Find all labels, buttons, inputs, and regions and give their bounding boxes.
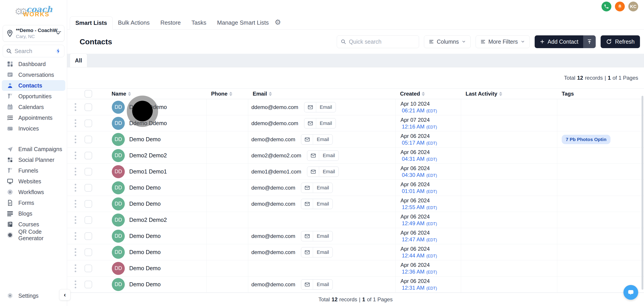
select-all-checkbox[interactable] — [84, 90, 92, 98]
row-checkbox[interactable] — [84, 264, 92, 272]
sidebar-item-social-planner[interactable]: Social Planner — [0, 154, 67, 165]
row-checkbox[interactable] — [84, 184, 92, 192]
email-button[interactable]: Email — [301, 183, 333, 193]
contact-name[interactable]: Demo Demo — [129, 233, 160, 239]
user-avatar[interactable]: KC — [628, 2, 638, 12]
sidebar-item-conversations[interactable]: Conversations — [0, 69, 67, 80]
tab-tasks[interactable]: Tasks — [186, 16, 212, 29]
sidebar-item-funnels[interactable]: Funnels — [0, 165, 67, 176]
tab-all[interactable]: All — [70, 54, 87, 67]
email-button[interactable]: Email — [304, 102, 336, 112]
row-menu-kebab-icon[interactable] — [73, 102, 78, 112]
column-header-tags[interactable]: Tags — [557, 91, 644, 97]
columns-button[interactable]: Columns — [424, 35, 471, 48]
contact-name[interactable]: Demo Demo — [129, 136, 160, 143]
import-contacts-button[interactable] — [583, 35, 596, 48]
notifications-button[interactable] — [615, 2, 625, 12]
quick-actions-bolt-icon[interactable] — [55, 48, 61, 54]
sidebar-item-opportunities[interactable]: Opportunities — [0, 91, 67, 102]
row-checkbox[interactable] — [84, 281, 92, 288]
row-menu-kebab-icon[interactable] — [73, 118, 78, 129]
column-header-phone[interactable]: Phone — [206, 91, 248, 97]
sort-icon[interactable] — [422, 92, 425, 96]
tab-restore[interactable]: Restore — [155, 16, 186, 29]
sidebar-item-email-campaigns[interactable]: Email Campaigns — [0, 144, 67, 154]
contact-name[interactable]: Demo Demo — [129, 249, 160, 255]
sidebar-item-contacts[interactable]: Contacts — [2, 80, 65, 91]
column-header-email[interactable]: Email — [248, 91, 396, 97]
contact-name[interactable]: Demo Demo — [129, 281, 160, 288]
row-checkbox[interactable] — [84, 232, 92, 240]
email-button[interactable]: Email — [307, 167, 339, 177]
sort-icon[interactable] — [269, 92, 272, 96]
sidebar-item-appointments[interactable]: Appointments — [0, 112, 67, 123]
sidebar-item-qr-code-generator[interactable]: QR Code Generator — [0, 230, 67, 240]
column-header-created[interactable]: Created — [396, 91, 461, 97]
row-checkbox[interactable] — [84, 200, 92, 208]
phone-button[interactable] — [602, 2, 611, 12]
tab-smart-lists[interactable]: Smart Lists — [70, 16, 113, 30]
sidebar-item-blogs[interactable]: Blogs — [0, 208, 67, 219]
sidebar-item-calendars[interactable]: Calendars — [0, 102, 67, 112]
email-button[interactable]: Email — [304, 118, 336, 129]
row-menu-kebab-icon[interactable] — [73, 166, 78, 177]
sidebar-item-settings[interactable]: Settings — [0, 290, 67, 301]
contact-name[interactable]: Demo Demo — [129, 265, 160, 271]
row-menu-kebab-icon[interactable] — [73, 134, 78, 145]
sidebar-item-courses[interactable]: Courses — [0, 219, 67, 230]
add-contact-button[interactable]: Add Contact — [535, 35, 584, 48]
sidebar-item-forms[interactable]: Forms — [0, 197, 67, 208]
row-menu-kebab-icon[interactable] — [73, 182, 78, 193]
contact-name[interactable]: Ddemo Ddemo — [129, 104, 167, 110]
column-header-name[interactable]: Name — [67, 91, 206, 97]
row-menu-kebab-icon[interactable] — [73, 247, 78, 257]
contact-name[interactable]: Demo2 Demo2 — [129, 217, 167, 223]
contact-name[interactable]: Demo1 Demo1 — [129, 168, 167, 175]
sidebar-item-dashboard[interactable]: Dashboard — [0, 59, 67, 69]
email-button[interactable]: Email — [301, 134, 333, 145]
row-checkbox[interactable] — [84, 168, 92, 175]
row-menu-kebab-icon[interactable] — [73, 231, 78, 241]
sidebar-item-workflows[interactable]: Workflows — [0, 187, 67, 197]
column-header-last-activity[interactable]: Last Activity — [461, 91, 557, 97]
refresh-button[interactable]: Refresh — [600, 35, 640, 48]
row-menu-kebab-icon[interactable] — [73, 150, 78, 161]
row-checkbox[interactable] — [84, 120, 92, 127]
email-button[interactable]: Email — [301, 247, 333, 257]
email-button[interactable]: Email — [301, 231, 333, 241]
row-checkbox[interactable] — [84, 136, 92, 143]
chat-widget-button[interactable] — [624, 285, 638, 300]
tag-pill[interactable]: 7 Pb Photos Optin — [562, 135, 610, 144]
tab-manage-smart-lists[interactable]: Manage Smart Lists — [212, 16, 274, 29]
sort-icon[interactable] — [499, 92, 502, 96]
email-button[interactable]: Email — [301, 199, 333, 209]
quick-search[interactable] — [337, 35, 419, 48]
more-filters-button[interactable]: More Filters — [476, 35, 530, 48]
row-menu-kebab-icon[interactable] — [73, 199, 78, 209]
row-checkbox[interactable] — [84, 103, 92, 111]
sort-icon[interactable] — [229, 92, 232, 96]
account-switcher[interactable]: **Demo - CoachW... Cary, NC — [3, 25, 64, 42]
email-button[interactable]: Email — [301, 279, 333, 290]
contact-name[interactable]: Demo2 Demo2 — [129, 152, 167, 159]
contact-name[interactable]: Demo Demo — [129, 201, 160, 207]
row-menu-kebab-icon[interactable] — [73, 263, 78, 273]
quick-search-input[interactable] — [349, 39, 415, 45]
smart-lists-settings-gear-icon[interactable]: ⚙ — [274, 16, 283, 29]
row-menu-kebab-icon[interactable] — [73, 279, 78, 290]
row-checkbox[interactable] — [84, 152, 92, 159]
contact-name[interactable]: Demo Demo — [129, 184, 160, 191]
sidebar-item-invoices[interactable]: Invoices — [0, 123, 67, 134]
row-menu-kebab-icon[interactable] — [73, 215, 78, 225]
sidebar-search[interactable]: Search — [3, 45, 64, 57]
row-checkbox[interactable] — [84, 216, 92, 224]
envelope-icon — [307, 153, 319, 158]
tab-bulk-actions[interactable]: Bulk Actions — [113, 16, 155, 29]
contact-name[interactable]: Ddemo Ddemo — [129, 120, 167, 126]
sort-icon[interactable] — [128, 92, 131, 96]
vertical-scrollbar[interactable] — [642, 96, 643, 290]
sidebar-item-websites[interactable]: Websites — [0, 176, 67, 187]
email-button[interactable]: Email — [307, 150, 339, 161]
row-checkbox[interactable] — [84, 248, 92, 256]
sidebar-collapse-button[interactable]: ‹ — [59, 289, 70, 300]
